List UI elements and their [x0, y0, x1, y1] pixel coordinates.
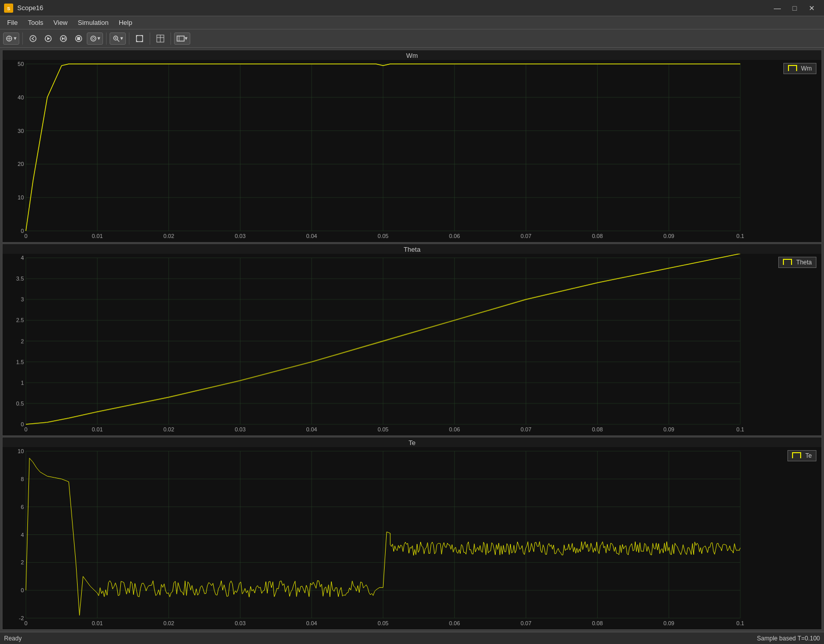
maximize-button[interactable]: □	[786, 2, 803, 14]
toolbar-fit[interactable]	[132, 31, 147, 46]
legend-wm-icon	[788, 65, 797, 71]
plot-theta: Theta Theta	[2, 244, 822, 436]
legend-te-label: Te	[805, 452, 812, 459]
zoom-dropdown-arrow: ▾	[120, 35, 123, 42]
plot-wm-area[interactable]: Wm	[3, 60, 821, 242]
toolbar-dropdown-3[interactable]: ▾	[174, 32, 190, 45]
legend-te-icon	[792, 452, 801, 458]
toolbar-sep-4	[150, 32, 150, 45]
svg-rect-18	[136, 36, 143, 42]
toolbar-sep-3	[129, 32, 129, 45]
toolbar-stop[interactable]	[72, 31, 86, 46]
toolbar-dropdown-1[interactable]: ▾	[3, 32, 19, 45]
main-content: Wm Wm Theta Theta Te Te	[0, 48, 824, 632]
svg-marker-7	[47, 37, 50, 40]
plot-wm: Wm Wm	[2, 50, 822, 243]
plot-te-legend: Te	[787, 450, 816, 461]
legend-theta-icon	[783, 259, 792, 265]
svg-point-5	[30, 36, 36, 42]
svg-rect-22	[177, 36, 184, 41]
toolbar-dropdown-2[interactable]: ▾	[87, 32, 103, 45]
plot-theta-legend: Theta	[778, 257, 816, 268]
svg-text:S: S	[7, 6, 10, 11]
plot-wm-title: Wm	[3, 50, 821, 60]
toolbar-rewind[interactable]	[26, 31, 40, 46]
legend-wm-label: Wm	[801, 65, 812, 72]
toolbar-sep-5	[170, 32, 171, 45]
menu-tools[interactable]: Tools	[23, 18, 48, 27]
status-right: Sample based T=0.100	[757, 635, 820, 642]
menu-simulation[interactable]: Simulation	[73, 18, 114, 27]
plot-te-area[interactable]: Te	[3, 447, 821, 629]
window-controls: — □ ✕	[769, 2, 820, 14]
svg-rect-12	[77, 37, 80, 40]
toolbar: ▾ ▾ ▾ ▾	[0, 29, 824, 48]
dropdown-arrow-2: ▾	[97, 35, 100, 42]
dropdown-arrow-3: ▾	[185, 35, 188, 42]
plot-wm-legend: Wm	[783, 63, 816, 74]
toolbar-sep-2	[106, 32, 107, 45]
svg-marker-9	[62, 37, 64, 40]
plot-te-title: Te	[3, 437, 821, 447]
toolbar-play[interactable]	[41, 31, 55, 46]
status-left: Ready	[4, 635, 22, 642]
close-button[interactable]: ✕	[804, 2, 820, 14]
app-icon: S	[4, 4, 13, 13]
window-title: Scope16	[17, 4, 769, 12]
toolbar-sep-1	[22, 32, 23, 45]
menu-view[interactable]: View	[48, 18, 73, 27]
dropdown-arrow-1: ▾	[14, 35, 17, 42]
minimize-button[interactable]: —	[769, 2, 785, 14]
toolbar-config[interactable]	[153, 31, 167, 46]
menu-help[interactable]: Help	[114, 18, 138, 27]
titlebar: S Scope16 — □ ✕	[0, 0, 824, 16]
plot-wm-canvas	[3, 60, 821, 242]
plot-theta-area[interactable]: Theta	[3, 254, 821, 436]
toolbar-zoom[interactable]: ▾	[110, 32, 126, 45]
plot-theta-canvas	[3, 254, 821, 436]
svg-line-15	[117, 40, 119, 42]
plot-theta-title: Theta	[3, 244, 821, 254]
menu-file[interactable]: File	[2, 18, 23, 27]
plot-te-canvas	[3, 447, 821, 629]
menubar: File Tools View Simulation Help	[0, 16, 824, 29]
legend-theta-label: Theta	[796, 259, 812, 266]
statusbar: Ready Sample based T=0.100	[0, 632, 824, 644]
toolbar-step[interactable]	[56, 31, 71, 46]
plot-te: Te Te	[2, 437, 822, 630]
